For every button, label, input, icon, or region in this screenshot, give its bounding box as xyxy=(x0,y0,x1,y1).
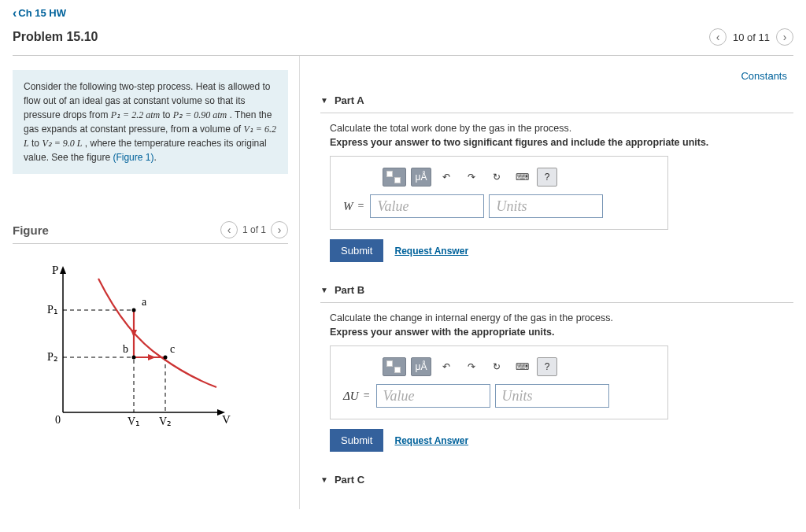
svg-point-17 xyxy=(164,356,168,360)
collapse-icon: ▼ xyxy=(320,96,328,105)
collapse-icon: ▼ xyxy=(320,475,328,484)
redo-icon[interactable]: ↷ xyxy=(461,168,482,187)
undo-icon[interactable]: ↶ xyxy=(436,168,457,187)
prev-problem-button[interactable]: ‹ xyxy=(709,28,727,46)
svg-text:c: c xyxy=(170,343,175,355)
part-a-header[interactable]: ▼ Part A xyxy=(320,90,793,113)
redo-icon[interactable]: ↷ xyxy=(461,357,482,376)
svg-text:P: P xyxy=(52,264,58,276)
progress-label: 10 of 11 xyxy=(733,31,770,43)
svg-text:a: a xyxy=(142,296,147,308)
figure-image: P V 0 a b c P₁ P₂ V₁ xyxy=(31,255,288,438)
answer-box-b: μÅ ↶ ↷ ↻ ⌨ ? ΔU = Value Units xyxy=(330,345,668,419)
svg-point-15 xyxy=(132,308,136,312)
svg-text:P₁: P₁ xyxy=(47,304,58,316)
part-c-header[interactable]: ▼ Part C xyxy=(320,469,793,492)
keyboard-icon[interactable]: ⌨ xyxy=(512,357,532,376)
part-a-instructions: Express your answer to two significant f… xyxy=(330,137,793,148)
svg-text:V₁: V₁ xyxy=(128,416,140,427)
reset-icon[interactable]: ↻ xyxy=(486,357,507,376)
part-b-header[interactable]: ▼ Part B xyxy=(320,279,793,303)
variable-label: W xyxy=(343,200,353,213)
submit-button[interactable]: Submit xyxy=(330,239,383,262)
part-b-label: Part B xyxy=(335,284,364,296)
template-icon[interactable] xyxy=(383,168,406,187)
svg-marker-14 xyxy=(148,354,156,360)
value-input[interactable]: Value xyxy=(376,384,490,408)
keyboard-icon[interactable]: ⌨ xyxy=(512,168,532,187)
back-link[interactable]: Ch 15 HW xyxy=(13,7,66,19)
figure-link[interactable]: (Figure 1) xyxy=(113,152,153,163)
problem-nav: ‹ 10 of 11 › xyxy=(709,28,793,46)
request-answer-link[interactable]: Request Answer xyxy=(394,246,468,257)
collapse-icon: ▼ xyxy=(320,286,328,294)
svg-text:P₂: P₂ xyxy=(47,351,58,363)
figure-heading: Figure xyxy=(13,224,49,237)
template-icon[interactable] xyxy=(383,357,406,376)
units-input[interactable]: Units xyxy=(489,194,603,218)
part-b-instructions: Express your answer with the appropriate… xyxy=(330,327,793,338)
next-figure-button[interactable]: › xyxy=(271,221,288,238)
answer-box-a: μÅ ↶ ↷ ↻ ⌨ ? W = Value Units xyxy=(330,156,668,230)
next-problem-button[interactable]: › xyxy=(776,28,793,46)
part-a-question: Calculate the total work done by the gas… xyxy=(330,123,793,134)
figure-counter: 1 of 1 xyxy=(242,224,266,235)
request-answer-link[interactable]: Request Answer xyxy=(394,435,468,446)
svg-text:b: b xyxy=(123,343,128,355)
svg-point-16 xyxy=(132,356,136,360)
submit-button[interactable]: Submit xyxy=(330,429,383,452)
svg-text:V₂: V₂ xyxy=(159,416,172,427)
svg-text:V: V xyxy=(222,413,231,426)
symbol-button[interactable]: μÅ xyxy=(411,357,431,376)
units-input[interactable]: Units xyxy=(495,384,609,408)
symbol-button[interactable]: μÅ xyxy=(411,168,431,187)
prev-figure-button[interactable]: ‹ xyxy=(220,221,238,238)
help-icon[interactable]: ? xyxy=(537,357,557,376)
svg-marker-1 xyxy=(60,266,66,274)
problem-statement: Consider the following two-step process.… xyxy=(13,70,288,174)
help-icon[interactable]: ? xyxy=(537,168,557,187)
constants-link[interactable]: Constants xyxy=(320,67,793,90)
value-input[interactable]: Value xyxy=(370,194,484,218)
problem-title: Problem 15.10 xyxy=(13,30,98,44)
reset-icon[interactable]: ↻ xyxy=(486,168,507,187)
undo-icon[interactable]: ↶ xyxy=(436,357,457,376)
part-a-label: Part A xyxy=(335,94,364,106)
svg-text:0: 0 xyxy=(55,414,61,426)
part-c-label: Part C xyxy=(335,474,364,486)
part-b-question: Calculate the change in internal energy … xyxy=(330,312,793,323)
variable-label: ΔU xyxy=(343,390,359,403)
